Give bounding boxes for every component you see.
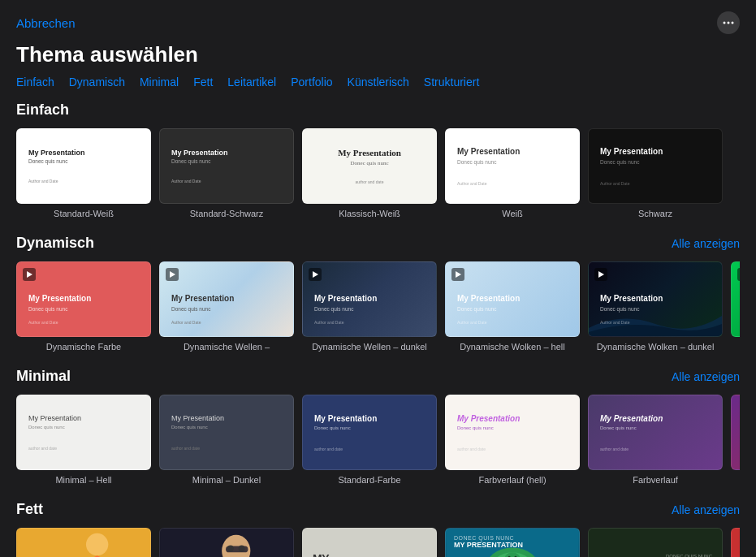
svg-point-0 <box>724 22 726 24</box>
more-icon <box>722 16 735 29</box>
section-einfach: Einfach My Presentation Donec quis nunc … <box>0 101 756 235</box>
theme-fett-5[interactable]: DONEC QUIS NUNC MYPRESENTATION Fett 5 <box>588 528 723 557</box>
theme-label: Farbverlauf (hell) <box>478 475 546 485</box>
theme-dynamische-wellen-dunkel[interactable]: My Presentation Donec quis nunc Author a… <box>302 261 437 352</box>
filter-einfach[interactable]: Einfach <box>16 76 54 89</box>
filter-strukturiert[interactable]: Strukturiert <box>424 76 479 89</box>
svg-point-1 <box>728 22 730 24</box>
svg-point-4 <box>86 533 108 555</box>
theme-fett-1[interactable]: MY PRESENTATION Fett 1 <box>16 528 151 557</box>
filter-fett[interactable]: Fett <box>193 76 213 89</box>
theme-minimal-hell[interactable]: My Presentation Donec quis nunc author a… <box>16 395 151 485</box>
svg-point-2 <box>732 22 734 24</box>
svg-rect-3 <box>18 529 149 557</box>
theme-fett-3[interactable]: MYPRESENTATION Fett 3 <box>302 528 437 557</box>
filter-minimal[interactable]: Minimal <box>140 76 179 89</box>
section-fett: Fett Alle anzeigen MY PRESENTATION Fett … <box>0 501 756 557</box>
theme-fett-4[interactable]: Donec quis nunc MY PRESENTATION Fett 4 <box>445 528 580 557</box>
theme-label: Minimal – Hell <box>55 475 111 485</box>
filter-leitartikel[interactable]: Leitartikel <box>227 76 276 89</box>
filter-portfolio[interactable]: Portfolio <box>291 76 332 89</box>
person-illustration-1 <box>17 529 150 557</box>
theme-dynamische-wellen-hell[interactable]: My Presentation Donec quis nunc Author a… <box>159 261 294 352</box>
filter-bar: Einfach Dynamisch Minimal Fett Leitartik… <box>0 76 756 101</box>
theme-dynamic-extra[interactable] <box>731 261 740 352</box>
theme-label: Standard-Weiß <box>54 209 114 218</box>
theme-label: Standard-Farbe <box>338 475 400 485</box>
theme-label: Dynamische Wolken – dunkel <box>597 342 715 352</box>
show-all-fett[interactable]: Alle anzeigen <box>672 503 740 516</box>
theme-standard-weiss[interactable]: My Presentation Donec quis nunc Author a… <box>16 128 151 218</box>
theme-farbverlauf[interactable]: My Presentation Donec quis nunc author a… <box>588 395 723 485</box>
theme-label: Dynamische Farbe <box>46 342 121 352</box>
theme-minimal-dunkel[interactable]: My Presentation Donec quis nunc author a… <box>159 395 294 485</box>
theme-dynamische-wolken-hell[interactable]: My Presentation Donec quis nunc Author a… <box>445 261 580 352</box>
theme-label: Dynamische Wellen – dunkel <box>312 342 427 352</box>
theme-schwarz[interactable]: My Presentation Donec quis nunc Author a… <box>588 128 723 218</box>
theme-minimal-extra[interactable] <box>731 395 740 485</box>
theme-dynamische-farbe[interactable]: My Presentation Donec quis nunc Author a… <box>16 261 151 352</box>
section-dynamisch: Dynamisch Alle anzeigen My Presentation … <box>0 235 756 368</box>
theme-label: Klassisch-Weiß <box>339 209 400 218</box>
section-title-dynamisch: Dynamisch <box>16 235 94 252</box>
theme-fett-6[interactable] <box>731 528 740 557</box>
cancel-button[interactable]: Abbrechen <box>16 16 76 30</box>
top-bar: Abbrechen <box>0 0 756 39</box>
person-illustration-2 <box>160 529 293 557</box>
theme-label: Schwarz <box>638 209 672 218</box>
theme-label: Standard-Schwarz <box>190 209 264 218</box>
show-all-dynamisch[interactable]: Alle anzeigen <box>672 237 740 250</box>
section-minimal: Minimal Alle anzeigen My Presentation Do… <box>0 368 756 501</box>
theme-standard-schwarz[interactable]: My Presentation Donec quis nunc Author a… <box>159 128 294 218</box>
theme-klassisch-weiss[interactable]: My Presentation Donec quis nunc author a… <box>302 128 437 218</box>
theme-label: Weiß <box>502 209 522 218</box>
theme-farbverlauf-hell[interactable]: My Presentation Donec quis nunc author a… <box>445 395 580 485</box>
filter-dynamisch[interactable]: Dynamisch <box>69 76 125 89</box>
page-title: Thema auswählen <box>0 39 756 76</box>
theme-label: Farbverlauf <box>633 475 678 485</box>
svg-point-9 <box>239 546 245 552</box>
theme-label: Minimal – Dunkel <box>192 475 261 485</box>
theme-dynamische-wolken-dunkel[interactable]: My Presentation Donec quis nunc Author a… <box>588 261 723 352</box>
filter-kuenstlerisch[interactable]: Künstlerisch <box>348 76 409 89</box>
theme-weiss[interactable]: My Presentation Donec quis nunc Author a… <box>445 128 580 218</box>
show-all-minimal[interactable]: Alle anzeigen <box>672 370 740 383</box>
theme-label: Dynamische Wolken – hell <box>460 342 564 352</box>
more-button[interactable] <box>717 11 740 34</box>
section-title-einfach: Einfach <box>16 101 69 119</box>
section-title-minimal: Minimal <box>16 368 71 385</box>
theme-standard-farbe[interactable]: My Presentation Donec quis nunc author a… <box>302 395 437 485</box>
svg-point-8 <box>227 546 234 552</box>
section-title-fett: Fett <box>16 501 43 518</box>
theme-label: Dynamische Wellen – <box>184 342 270 352</box>
theme-fett-2[interactable]: MYPRESENTATION Fett 2 <box>159 528 294 557</box>
